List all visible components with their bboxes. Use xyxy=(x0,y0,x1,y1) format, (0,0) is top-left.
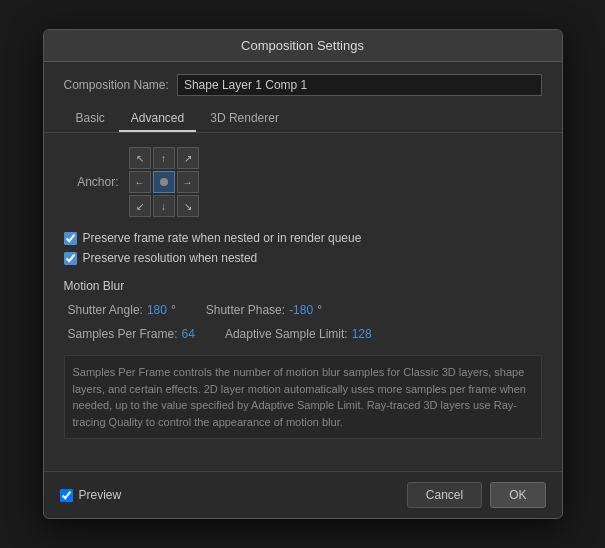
adaptive-sample-value[interactable]: 128 xyxy=(352,327,372,341)
checkbox-row-2: Preserve resolution when nested xyxy=(64,251,542,265)
footer-buttons: Cancel OK xyxy=(407,482,546,508)
preserve-resolution-checkbox[interactable] xyxy=(64,252,77,265)
anchor-label: Anchor: xyxy=(64,175,119,189)
shutter-angle-row: Shutter Angle: 180 ° xyxy=(68,303,176,317)
shutter-phase-value[interactable]: -180 xyxy=(289,303,313,317)
anchor-btn-left[interactable] xyxy=(129,171,151,193)
preserve-resolution-label: Preserve resolution when nested xyxy=(83,251,258,265)
preview-row: Preview xyxy=(60,488,122,502)
cancel-button[interactable]: Cancel xyxy=(407,482,482,508)
anchor-btn-down[interactable] xyxy=(153,195,175,217)
shutter-angle-unit: ° xyxy=(171,303,176,317)
preserve-framerate-checkbox[interactable] xyxy=(64,232,77,245)
adaptive-sample-row: Adaptive Sample Limit: 128 xyxy=(225,327,372,341)
motion-blur-title: Motion Blur xyxy=(64,279,542,293)
anchor-btn-ul[interactable] xyxy=(129,147,151,169)
preview-label: Preview xyxy=(79,488,122,502)
tab-3d-renderer[interactable]: 3D Renderer xyxy=(198,106,291,132)
anchor-btn-ur[interactable] xyxy=(177,147,199,169)
comp-name-label: Composition Name: xyxy=(64,78,169,92)
checkboxes-section: Preserve frame rate when nested or in re… xyxy=(64,231,542,265)
preview-checkbox[interactable] xyxy=(60,489,73,502)
tab-content-advanced: Anchor: Preserve frame rate when nested … xyxy=(44,133,562,471)
ok-button[interactable]: OK xyxy=(490,482,545,508)
tab-basic[interactable]: Basic xyxy=(64,106,117,132)
anchor-section: Anchor: xyxy=(64,147,542,217)
checkbox-row-1: Preserve frame rate when nested or in re… xyxy=(64,231,542,245)
adaptive-sample-label: Adaptive Sample Limit: xyxy=(225,327,348,341)
shutter-angle-label: Shutter Angle: xyxy=(68,303,143,317)
comp-name-row: Composition Name: xyxy=(44,62,562,106)
anchor-btn-dr[interactable] xyxy=(177,195,199,217)
dialog-title: Composition Settings xyxy=(44,30,562,62)
samples-per-frame-value[interactable]: 64 xyxy=(182,327,195,341)
anchor-btn-right[interactable] xyxy=(177,171,199,193)
comp-name-input[interactable] xyxy=(177,74,542,96)
anchor-btn-dl[interactable] xyxy=(129,195,151,217)
composition-settings-dialog: Composition Settings Composition Name: B… xyxy=(43,29,563,519)
shutter-phase-unit: ° xyxy=(317,303,322,317)
shutter-phase-row: Shutter Phase: -180 ° xyxy=(206,303,322,317)
anchor-btn-center[interactable] xyxy=(153,171,175,193)
tabs-container: Basic Advanced 3D Renderer xyxy=(44,106,562,133)
samples-per-frame-row: Samples Per Frame: 64 xyxy=(68,327,195,341)
shutter-phase-label: Shutter Phase: xyxy=(206,303,285,317)
dialog-footer: Preview Cancel OK xyxy=(44,471,562,518)
tab-advanced[interactable]: Advanced xyxy=(119,106,196,132)
anchor-btn-up[interactable] xyxy=(153,147,175,169)
motion-blur-fields: Shutter Angle: 180 ° Shutter Phase: -180… xyxy=(68,303,542,317)
samples-row: Samples Per Frame: 64 Adaptive Sample Li… xyxy=(68,327,542,341)
samples-per-frame-label: Samples Per Frame: xyxy=(68,327,178,341)
shutter-angle-value[interactable]: 180 xyxy=(147,303,167,317)
anchor-grid xyxy=(129,147,199,217)
description-text: Samples Per Frame controls the number of… xyxy=(64,355,542,439)
preserve-framerate-label: Preserve frame rate when nested or in re… xyxy=(83,231,362,245)
